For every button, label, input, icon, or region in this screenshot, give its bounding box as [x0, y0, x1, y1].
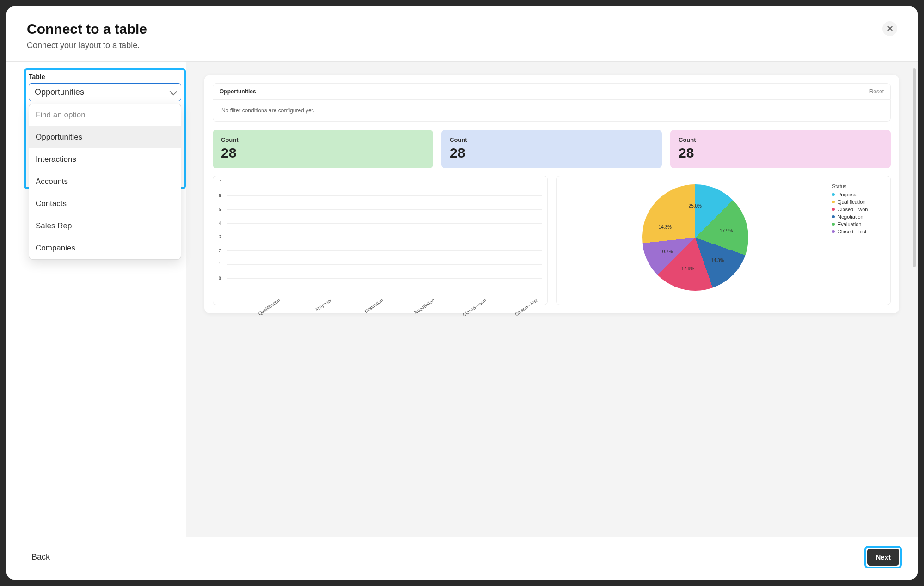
bar-xlabel: Negotiation — [397, 298, 435, 327]
bar-chart-card: 76543210QualificationProposalEvaluationN… — [213, 176, 548, 305]
count-card: Count28 — [213, 130, 433, 168]
legend-title: Status — [832, 183, 887, 189]
preview-panel: Opportunities Reset No filter conditions… — [186, 62, 918, 537]
pie-slice-label: 17.9% — [681, 266, 694, 271]
filter-empty-state: No filter conditions are configured yet. — [213, 100, 891, 122]
legend-swatch — [832, 201, 835, 203]
dropdown-option[interactable]: Opportunities — [29, 126, 181, 148]
table-select-highlight: Table Opportunities Find an option Oppor… — [24, 68, 186, 189]
bar-ytick: 5 — [219, 207, 221, 212]
legend-swatch — [832, 193, 835, 196]
legend-item: Qualification — [832, 199, 887, 205]
legend-item: Negotiation — [832, 214, 887, 220]
bar-xlabel: Closed—won — [448, 298, 487, 327]
dropdown-search-input[interactable]: Find an option — [29, 104, 181, 126]
count-value: 28 — [450, 145, 654, 161]
legend-label: Negotiation — [838, 214, 863, 220]
dropdown-option[interactable]: Accounts — [29, 171, 181, 193]
count-value: 28 — [679, 145, 882, 161]
next-button[interactable]: Next — [867, 549, 899, 566]
modal-subtitle: Connect your layout to a table. — [27, 41, 147, 50]
modal-header-text: Connect to a table Connect your layout t… — [27, 21, 147, 50]
bar-ytick: 0 — [219, 276, 221, 281]
table-select-value: Opportunities — [35, 87, 84, 97]
pie-chart-card: 25.0%17.9%14.3%17.9%10.7%14.3% Status Pr… — [556, 176, 891, 305]
legend-item: Evaluation — [832, 221, 887, 227]
pie-slice-label: 14.3% — [659, 224, 672, 229]
legend-label: Closed—won — [838, 207, 868, 212]
next-button-highlight: Next — [864, 546, 902, 568]
dropdown-option[interactable]: Companies — [29, 237, 181, 259]
pie-slice-label: 17.9% — [720, 228, 733, 233]
pie-chart: 25.0%17.9%14.3%17.9%10.7%14.3% — [642, 184, 748, 291]
dropdown-option[interactable]: Contacts — [29, 193, 181, 215]
chart-row: 76543210QualificationProposalEvaluationN… — [213, 176, 891, 305]
back-button[interactable]: Back — [31, 552, 50, 562]
preview-card: Opportunities Reset No filter conditions… — [204, 75, 899, 313]
legend-label: Proposal — [838, 192, 857, 197]
chevron-down-icon — [170, 87, 177, 95]
left-panel: Table Opportunities Find an option Oppor… — [6, 62, 186, 537]
preview-title: Opportunities — [220, 88, 256, 95]
bar-chart: 76543210QualificationProposalEvaluationN… — [217, 182, 544, 288]
connect-table-modal: Connect to a table Connect your layout t… — [6, 6, 918, 580]
count-label: Count — [221, 136, 425, 143]
dropdown-options: OpportunitiesInteractionsAccountsContact… — [29, 126, 181, 259]
count-label: Count — [450, 136, 654, 143]
count-card: Count28 — [670, 130, 891, 168]
close-button[interactable]: ✕ — [882, 21, 897, 36]
count-cards: Count28Count28Count28 — [213, 130, 891, 168]
bar-xlabel: Qualification — [243, 298, 281, 327]
legend-swatch — [832, 230, 835, 233]
scrollbar[interactable] — [913, 68, 916, 267]
legend-item: Closed—lost — [832, 229, 887, 234]
legend-label: Closed—lost — [838, 229, 866, 234]
pie-slice-label: 14.3% — [711, 257, 724, 262]
table-field-label: Table — [29, 73, 181, 80]
pie-slice-label: 10.7% — [660, 249, 673, 254]
bar-ytick: 1 — [219, 262, 221, 267]
dropdown-option[interactable]: Interactions — [29, 148, 181, 171]
legend-swatch — [832, 208, 835, 211]
preview-header: Opportunities Reset — [213, 83, 891, 100]
dropdown-option[interactable]: Sales Rep — [29, 215, 181, 237]
count-card: Count28 — [441, 130, 662, 168]
legend-swatch — [832, 215, 835, 218]
legend-label: Evaluation — [838, 221, 861, 227]
bar-xlabel: Closed—lost — [500, 298, 538, 327]
legend-item: Proposal — [832, 192, 887, 197]
modal-header: Connect to a table Connect your layout t… — [6, 6, 918, 62]
bar-ytick: 7 — [219, 179, 221, 184]
table-select[interactable]: Opportunities — [29, 83, 181, 101]
bar-ytick: 2 — [219, 248, 221, 253]
count-value: 28 — [221, 145, 425, 161]
bar-xlabel: Proposal — [294, 298, 332, 327]
reset-button[interactable]: Reset — [869, 88, 884, 95]
pie-slice-label: 25.0% — [689, 203, 702, 208]
modal-body: Table Opportunities Find an option Oppor… — [6, 62, 918, 537]
bar-xlabel: Evaluation — [346, 298, 384, 327]
pie-legend: Status ProposalQualificationClosed—wonNe… — [832, 182, 887, 236]
modal-footer: Back Next — [6, 537, 918, 580]
legend-swatch — [832, 223, 835, 226]
table-dropdown: Find an option OpportunitiesInteractions… — [29, 104, 181, 260]
modal-title: Connect to a table — [27, 21, 147, 37]
legend-item: Closed—won — [832, 207, 887, 212]
count-label: Count — [679, 136, 882, 143]
legend-label: Qualification — [838, 199, 866, 205]
bar-ytick: 4 — [219, 221, 221, 226]
close-icon: ✕ — [887, 24, 893, 34]
bar-ytick: 3 — [219, 234, 221, 239]
bar-ytick: 6 — [219, 193, 221, 198]
